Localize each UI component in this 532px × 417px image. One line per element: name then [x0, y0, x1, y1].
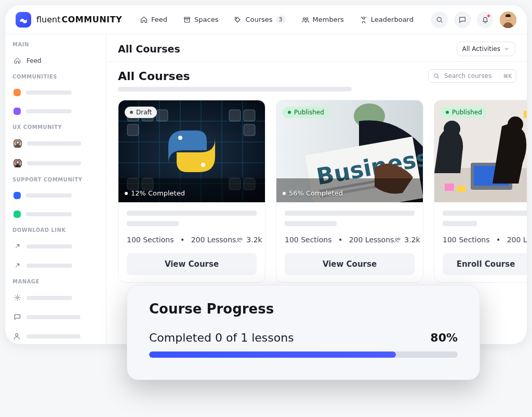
svg-rect-24	[244, 124, 255, 136]
course-thumbnail[interactable]: Published	[434, 100, 527, 202]
sidebar-section-support: SUPPORT COMMUNITY	[12, 177, 99, 183]
person-icon	[14, 332, 21, 340]
brand-mark-icon	[16, 12, 31, 28]
svg-rect-52	[457, 186, 466, 192]
course-card: Business Published 56% Completed	[276, 100, 423, 283]
svg-point-42	[398, 238, 400, 240]
course-card: Draft 12% Completed 100 Sections • 200 L…	[118, 100, 265, 283]
sidebar-section-main: MAIN	[12, 42, 99, 47]
svg-point-48	[508, 116, 523, 132]
course-title-placeholder	[127, 221, 179, 226]
enroll-course-button[interactable]: Enroll Course	[443, 253, 527, 275]
completion-label: 56% Completed	[283, 189, 343, 197]
svg-point-47	[444, 121, 460, 137]
nav-leaderboard[interactable]: Leaderboard	[357, 12, 416, 27]
nav-members[interactable]: Members	[299, 12, 346, 27]
course-thumbnail[interactable]: Business Published 56% Completed	[276, 100, 423, 202]
archive-icon	[183, 16, 191, 24]
sidebar-download-item[interactable]	[12, 240, 99, 252]
completion-label: 12% Completed	[125, 189, 185, 197]
svg-rect-21	[229, 110, 241, 121]
courses-count-badge: 3	[276, 16, 286, 23]
community-chip-icon	[14, 108, 21, 115]
brand-logo[interactable]: fluentCOMMUNITY	[16, 12, 122, 28]
members-icon	[301, 16, 310, 24]
course-meta: 100 Sections • 200 Lessons	[285, 236, 394, 244]
svg-point-16	[434, 74, 438, 77]
svg-point-5	[363, 17, 365, 19]
sidebar-manage-item[interactable]	[12, 330, 99, 342]
messages-button[interactable]	[454, 11, 471, 28]
sidebar-ux-item[interactable]	[12, 137, 99, 150]
sidebar-manage-item[interactable]	[12, 292, 99, 304]
page-title: All Courses	[118, 43, 180, 55]
sidebar-community-item[interactable]	[12, 87, 99, 98]
svg-point-15	[16, 334, 18, 336]
course-title-placeholder	[443, 221, 477, 226]
section-title: All Courses	[118, 70, 190, 83]
nav-feed[interactable]: Feed	[138, 12, 169, 27]
sidebar-section-ux: UX COMMUNITY	[12, 124, 99, 130]
status-badge: Draft	[125, 107, 157, 118]
status-badge: Published	[441, 107, 487, 118]
sidebar-ux-item[interactable]	[12, 157, 99, 170]
search-icon	[433, 72, 440, 80]
svg-rect-51	[445, 184, 454, 191]
svg-rect-49	[524, 111, 527, 118]
leaderboard-icon	[360, 16, 368, 24]
sidebar: MAIN Feed COMMUNITIES UX COMMUNITY SUPPO…	[5, 34, 107, 344]
search-placeholder: Search courses	[444, 72, 491, 80]
svg-rect-23	[127, 124, 139, 136]
course-title-placeholder	[127, 211, 257, 216]
community-chip-icon	[14, 89, 21, 96]
home-icon	[14, 57, 21, 64]
svg-point-33	[240, 238, 242, 240]
progress-bar	[149, 351, 458, 358]
gear-icon	[14, 294, 21, 302]
search-icon	[435, 16, 444, 24]
course-title-placeholder	[443, 211, 527, 216]
svg-point-32	[237, 238, 240, 240]
status-badge: Published	[283, 107, 329, 118]
view-course-button[interactable]: View Course	[127, 253, 257, 275]
course-title-placeholder	[285, 221, 337, 226]
members-icon	[236, 236, 244, 244]
svg-rect-1	[184, 19, 189, 22]
nav-spaces[interactable]: Spaces	[181, 12, 220, 27]
course-enrollment: 3.2k	[394, 236, 420, 244]
nav-courses[interactable]: Courses 3	[232, 12, 287, 27]
search-courses[interactable]: Search courses ⌘K	[428, 69, 516, 83]
svg-point-29	[178, 136, 182, 140]
svg-point-30	[201, 163, 205, 167]
sidebar-manage-item[interactable]	[12, 311, 99, 323]
course-thumbnail[interactable]: Draft 12% Completed	[118, 100, 265, 202]
external-link-icon	[14, 262, 21, 269]
view-course-button[interactable]: View Course	[285, 253, 415, 275]
members-icon	[394, 236, 402, 244]
sidebar-section-communities: COMMUNITIES	[12, 74, 99, 80]
course-enrollment: 3.2k	[236, 236, 262, 244]
svg-point-2	[236, 18, 237, 19]
message-icon	[458, 16, 467, 24]
member-avatar-icon	[14, 159, 22, 167]
user-avatar[interactable]	[500, 11, 516, 28]
course-title-placeholder	[285, 211, 415, 216]
svg-point-41	[395, 238, 397, 240]
course-card: Published 100 Sections • 200 Lessons Enr…	[434, 100, 527, 283]
sidebar-community-item[interactable]	[12, 106, 99, 117]
sidebar-support-item[interactable]	[12, 190, 99, 201]
progress-completed-text: Completed 0 of 1 lessons	[149, 331, 294, 344]
sidebar-download-item[interactable]	[12, 259, 99, 271]
search-button[interactable]	[431, 11, 448, 28]
svg-point-13	[16, 161, 19, 164]
sidebar-support-item[interactable]	[12, 208, 99, 220]
svg-rect-22	[244, 110, 255, 121]
svg-point-3	[303, 18, 305, 20]
chat-icon	[14, 313, 21, 321]
notifications-button[interactable]	[477, 11, 494, 28]
progress-title: Course Progress	[149, 301, 458, 317]
progress-percent: 80%	[430, 331, 458, 344]
svg-point-4	[305, 18, 308, 20]
sidebar-item-feed[interactable]: Feed	[12, 55, 99, 67]
activities-filter[interactable]: All Activities	[457, 42, 515, 56]
